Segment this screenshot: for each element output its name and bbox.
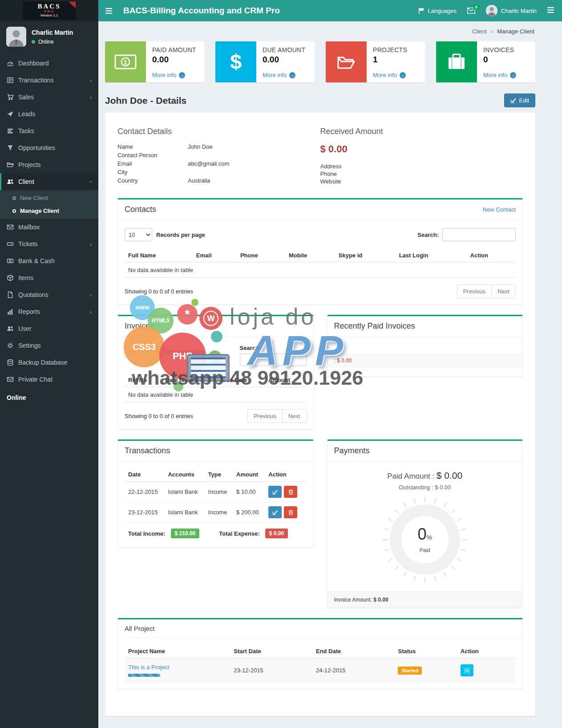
all-project-panel: All Project Project Name Start Date End … (117, 618, 523, 689)
view-project-button[interactable] (461, 664, 473, 676)
app-root: BACS PRO Version 1.1 Charlic Martin Onli… (0, 0, 562, 728)
sidebar-item-bank-cash[interactable]: Bank & Cash (0, 252, 98, 269)
edit-row-button[interactable] (268, 506, 282, 518)
cart-icon (7, 94, 14, 101)
column-header[interactable]: Phone (237, 248, 285, 263)
column-header[interactable]: Skype id (335, 248, 396, 263)
sidebar-item-backup-database[interactable]: Backup Database (0, 354, 98, 371)
sidebar-item-user[interactable]: User (0, 320, 98, 337)
records-per-page-select[interactable]: 10 (125, 345, 152, 358)
sidebar-item-sales[interactable]: Sales › (0, 89, 98, 106)
more-info-link[interactable]: More info → (483, 72, 532, 78)
next-button[interactable]: Next (283, 409, 307, 423)
details-wrapper: Contact Details NameJohn Doe Contact Per… (105, 113, 535, 716)
hamburger-icon (547, 7, 554, 13)
control-sidebar-toggle[interactable] (547, 7, 554, 14)
more-info-link[interactable]: More info → (152, 72, 201, 78)
sidebar-item-settings[interactable]: Settings (0, 337, 98, 354)
edit-row-button[interactable] (268, 486, 282, 498)
logo-area[interactable]: BACS PRO Version 1.1 (0, 0, 98, 21)
more-info-link[interactable]: More info → (263, 72, 311, 78)
stat-label: DUE AMOUNT (263, 46, 311, 53)
sidebar-item-items[interactable]: Items (0, 269, 98, 286)
languages-menu[interactable]: Languages (418, 8, 456, 14)
sidebar-item-tickets[interactable]: Tickets › (0, 236, 98, 252)
trash-icon (288, 510, 293, 515)
sidebar-menu: Dashboard Transactions › Sales › Leads T… (0, 55, 98, 388)
stat-value: 0.00 (152, 55, 201, 65)
sidebar-subitem-new-client[interactable]: New Client (0, 191, 98, 204)
sidebar-subitem-manage-client[interactable]: Manage Client (0, 204, 98, 217)
contacts-panel-header: Contacts New Contact (118, 199, 522, 220)
payments-title: Payments (334, 446, 370, 456)
avatar-silhouette-icon (486, 5, 497, 16)
invoices-table-header-row: Ref No Date Issued Due Date Amount (125, 373, 307, 387)
table-row: This is a Project 23-12-2015 24-12-2015 … (125, 659, 516, 683)
file-icon (7, 291, 14, 298)
avatar-silhouette-icon (6, 27, 26, 47)
sidebar-item-private-chat[interactable]: Private Chat (0, 371, 98, 388)
column-header[interactable]: Date Issued (162, 373, 218, 387)
logo-pro-text: PRO (23, 10, 76, 13)
field-label: Website (320, 178, 523, 185)
payments-panel: Payments Paid Amount : $ 0.00 Outstandin… (327, 439, 523, 608)
edit-button[interactable]: Edit (504, 94, 535, 107)
gauge-center: 0% Paid (380, 495, 469, 584)
delete-row-button[interactable] (284, 506, 297, 518)
next-button[interactable]: Next (492, 285, 516, 298)
breadcrumb-client[interactable]: Client (472, 28, 487, 35)
sidebar-item-label: Sales (18, 94, 34, 101)
column-header[interactable]: Ref No (125, 373, 162, 387)
column-header[interactable]: Action (467, 248, 516, 263)
sidebar-item-dashboard[interactable]: Dashboard (0, 55, 98, 72)
arrow-circle-icon: → (400, 72, 406, 78)
column-header: Project Name (125, 644, 230, 659)
projects-table: Project Name Start Date End Date Status … (125, 644, 516, 683)
transaction-account: Islami Bank (164, 502, 204, 523)
column-header[interactable]: Mobile (285, 248, 335, 263)
search-input[interactable] (240, 354, 307, 366)
paid-amount-line: Paid Amount : $ 0.00 (334, 470, 516, 481)
sidebar-item-opportunities[interactable]: Opportunities (0, 139, 98, 156)
sidebar-item-mailbox[interactable]: Mailbox (0, 219, 98, 236)
project-name-link[interactable]: This is a Project (128, 664, 169, 671)
previous-button[interactable]: Previous (247, 409, 283, 423)
page-heading-row: John Doe - Details Edit (105, 94, 535, 107)
envelope-icon (7, 224, 14, 231)
field-label: Address (320, 163, 523, 170)
new-contact-link[interactable]: New Contact (483, 206, 516, 213)
sidebar-item-projects[interactable]: Projects (0, 156, 98, 173)
invoices-table: Ref No Date Issued Due Date Amount No da… (125, 373, 307, 403)
records-per-page-select[interactable]: 10 (125, 228, 152, 241)
user-menu[interactable]: Charlic Martin (486, 5, 537, 16)
sidebar-item-client[interactable]: Client › (0, 173, 98, 190)
sidebar-item-label: Settings (18, 342, 41, 349)
column-header[interactable]: Amount (265, 373, 307, 387)
breadcrumb-manage-client: Manage Client (497, 28, 534, 35)
messages-menu[interactable]: 0 (467, 8, 475, 14)
sidebar-item-transactions[interactable]: Transactions › (0, 72, 98, 89)
contact-details-grid: NameJohn Doe Contact Person Emailabc@gma… (117, 143, 320, 184)
sidebar-toggle-button[interactable] (98, 0, 119, 21)
paper-plane-icon (7, 110, 14, 118)
previous-button[interactable]: Previous (457, 285, 492, 298)
more-info-link[interactable]: More info → (373, 72, 421, 78)
client-submenu: New Client Manage Client (0, 190, 98, 219)
column-header[interactable]: Full Name (125, 248, 193, 263)
field-label: City (117, 169, 188, 176)
sidebar-item-tasks[interactable]: Tasks (0, 122, 98, 139)
delete-row-button[interactable] (284, 486, 297, 498)
field-label: Contact Person (117, 152, 188, 159)
column-header: Action (457, 644, 516, 659)
column-header[interactable]: Due Date (218, 373, 265, 387)
chevron-right-icon: › (90, 292, 92, 298)
sidebar-item-leads[interactable]: Leads (0, 106, 98, 122)
sidebar-item-label: Dashboard (18, 60, 49, 67)
column-header[interactable]: Last Login (396, 248, 467, 263)
column-header[interactable]: Email (193, 248, 237, 263)
contact-details-section: Contact Details NameJohn Doe Contact Per… (117, 127, 523, 186)
search-input[interactable] (442, 228, 516, 241)
sidebar-item-quotations[interactable]: Quotations › (0, 286, 98, 303)
stat-value: 0 (483, 55, 532, 65)
sidebar-item-reports[interactable]: Reports › (0, 303, 98, 320)
